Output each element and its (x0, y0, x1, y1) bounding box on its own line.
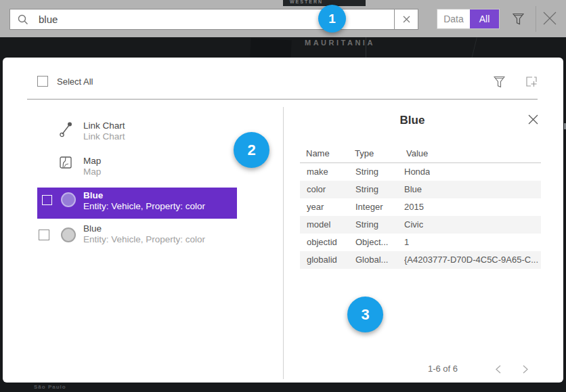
table-row: color String Blue (300, 181, 541, 198)
cell-type: Global... (355, 255, 388, 265)
cell-value: Honda (404, 167, 430, 177)
search-box (9, 9, 418, 30)
toggle-all-option[interactable]: All (470, 9, 499, 28)
filter-icon[interactable] (513, 13, 524, 25)
cell-name: globalid (307, 255, 337, 265)
entity-circle-icon (61, 227, 76, 242)
map-label-region-clip: WESTERN (283, 0, 366, 6)
cell-type: String (355, 167, 378, 177)
toolbar-divider (536, 6, 536, 32)
panel-vertical-divider (283, 107, 284, 379)
pagination-range: 1-6 of 6 (409, 364, 477, 374)
map-label-region: WESTERN (290, 0, 323, 4)
cell-name: make (307, 167, 328, 177)
result-subtitle: Entity: Vehicle, Property: color (83, 201, 205, 212)
entity-circle-icon (61, 192, 76, 207)
cell-name: year (307, 202, 324, 212)
result-title: Blue (83, 190, 103, 201)
attribute-table: make String Honda color String Blue year… (300, 163, 541, 269)
cell-value: 2015 (404, 202, 424, 212)
screen: MAURITANIA São Paulo Data All (0, 0, 566, 392)
callout-badge-2: 2 (234, 132, 269, 168)
result-subtitle: Link Chart (83, 131, 125, 142)
cell-type: String (355, 219, 378, 230)
close-search-icon[interactable] (542, 11, 557, 26)
map-label-mauritania: MAURITANIA (305, 39, 375, 47)
scope-toggle: Data All (437, 9, 500, 29)
clear-search-button[interactable] (394, 9, 418, 29)
map-label-city: São Paulo (34, 384, 66, 390)
search-results-panel: Select All Link Chart Link Chart (3, 58, 563, 383)
result-checkbox[interactable] (39, 230, 49, 240)
clear-icon (403, 16, 410, 23)
add-to-selection-icon[interactable] (525, 76, 538, 88)
cell-type: String (355, 184, 378, 194)
cell-name: model (307, 219, 330, 230)
column-header-type: Type (355, 148, 374, 158)
result-checkbox[interactable] (42, 195, 52, 205)
map-border-line (471, 37, 477, 58)
cell-name: objectid (307, 237, 337, 247)
table-row: objectid Object... 1 (300, 234, 541, 251)
pagination-prev-icon[interactable] (495, 365, 502, 374)
table-row: model String Civic (300, 216, 541, 234)
link-chart-icon (60, 121, 73, 137)
table-row: globalid Global... {A4203777-D70D-4C5C-9… (300, 251, 541, 269)
toggle-data-option[interactable]: Data (437, 9, 470, 28)
results-filter-icon[interactable] (494, 76, 505, 88)
column-header-name: Name (306, 148, 330, 158)
table-row: make String Honda (300, 163, 541, 181)
cell-value: 1 (404, 237, 409, 247)
detail-close-icon[interactable] (527, 114, 539, 125)
result-subtitle: Map (83, 167, 101, 177)
result-title: Map (83, 156, 101, 167)
detail-title: Blue (294, 114, 531, 127)
cell-type: Object... (355, 237, 388, 247)
callout-badge-3: 3 (347, 297, 383, 332)
search-icon (18, 14, 28, 25)
select-all-label: Select All (57, 77, 93, 87)
cell-name: color (307, 184, 326, 194)
column-header-value: Value (406, 148, 428, 158)
cell-type: Integer (355, 202, 383, 212)
result-title: Link Chart (83, 121, 125, 131)
cell-value: Blue (404, 184, 422, 194)
select-all-checkbox[interactable] (37, 76, 48, 87)
cell-value: {A4203777-D70D-4C5C-9A65-C... (404, 255, 538, 265)
pagination-next-icon[interactable] (522, 365, 529, 374)
map-country-shape (250, 38, 291, 58)
map-icon (60, 156, 72, 169)
result-title: Blue (83, 223, 102, 234)
table-row: year Integer 2015 (300, 198, 541, 216)
callout-badge-1: 1 (318, 5, 346, 32)
results-header-divider (27, 99, 538, 100)
result-subtitle: Entity: Vehicle, Property: color (83, 234, 205, 245)
cell-value: Civic (404, 219, 423, 230)
